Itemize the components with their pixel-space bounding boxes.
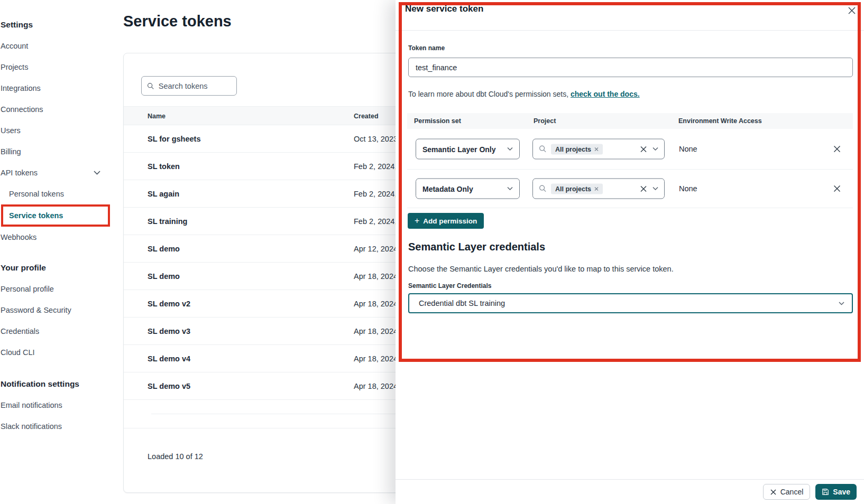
app-screen: Settings Account Projects Integrations C…: [0, 0, 864, 504]
sidebar-item-billing[interactable]: Billing: [0, 141, 112, 162]
project-chip-label: All projects: [555, 185, 591, 192]
token-name: SL demo v4: [148, 354, 190, 363]
sidebar-item-cloud-cli[interactable]: Cloud CLI: [0, 342, 112, 363]
token-name: SL token: [148, 162, 180, 171]
chevron-down-icon[interactable]: [652, 187, 658, 191]
sidebar-item-service-tokens[interactable]: Service tokens: [3, 207, 63, 225]
permission-set-select[interactable]: Semantic Layer Only: [416, 139, 520, 160]
token-created: Apr 18, 2024,: [354, 382, 400, 390]
sidebar-item-password-security[interactable]: Password & Security: [0, 300, 112, 321]
add-permission-label: Add permission: [423, 217, 477, 225]
search-icon: [147, 82, 154, 90]
token-name-label: Token name: [408, 44, 445, 52]
cancel-button[interactable]: Cancel: [763, 484, 811, 500]
permission-row: Metadata Only All projects None: [407, 170, 853, 208]
sidebar-item-integrations[interactable]: Integrations: [0, 78, 112, 99]
clear-icon[interactable]: [640, 185, 647, 192]
sidebar-item-users[interactable]: Users: [0, 120, 112, 141]
sidebar-item-api-tokens[interactable]: API tokens: [0, 162, 112, 183]
sidebar-item-credentials[interactable]: Credentials: [0, 321, 112, 342]
sidebar-item-account[interactable]: Account: [0, 35, 112, 57]
docs-prefix: To learn more about dbt Cloud's permissi…: [408, 90, 571, 98]
page-title: Service tokens: [123, 13, 232, 30]
token-name-input[interactable]: [408, 58, 853, 77]
chevron-down-icon: [507, 147, 513, 151]
token-name: SL demo v2: [148, 300, 190, 308]
column-header-env-write-access: Environment Write Access: [678, 117, 762, 125]
sidebar-item-projects[interactable]: Projects: [0, 57, 112, 78]
credentials-description: Choose the Semantic Layer credentials yo…: [408, 265, 674, 273]
chevron-down-icon[interactable]: [652, 147, 658, 151]
search-icon: [539, 185, 547, 193]
permission-set-select[interactable]: Metadata Only: [416, 179, 520, 199]
permission-set-value: Metadata Only: [422, 184, 473, 193]
env-write-access-value: None: [679, 184, 697, 193]
token-created: Oct 13, 2023,: [354, 135, 400, 143]
token-name: SL demo: [148, 272, 180, 281]
chip-remove-icon[interactable]: [594, 186, 599, 191]
sidebar-item-email-notifications[interactable]: Email notifications: [0, 395, 112, 416]
credentials-label: Semantic Layer Credentials: [408, 282, 491, 290]
new-service-token-drawer: New service token Token name To learn mo…: [396, 0, 864, 504]
permissions-table-header: Permission set Project Environment Write…: [407, 113, 853, 129]
project-chip-label: All projects: [555, 145, 591, 153]
sidebar-item-personal-tokens[interactable]: Personal tokens: [0, 183, 112, 204]
credentials-heading: Semantic Layer credentials: [408, 241, 545, 253]
close-icon[interactable]: [847, 5, 857, 16]
column-header-name: Name: [148, 107, 166, 126]
settings-sidebar: Settings Account Projects Integrations C…: [0, 0, 112, 437]
sidebar-heading-settings: Settings: [0, 14, 112, 35]
loaded-count: Loaded 10 of 12: [148, 452, 203, 461]
column-header-permission-set: Permission set: [414, 117, 461, 125]
token-name: SL demo v3: [148, 327, 190, 335]
docs-text: To learn more about dbt Cloud's permissi…: [408, 90, 640, 98]
sidebar-item-personal-profile[interactable]: Personal profile: [0, 278, 112, 300]
drawer-footer: Cancel Save: [396, 479, 864, 504]
save-icon: [822, 488, 829, 496]
chevron-down-icon: [94, 171, 100, 175]
add-permission-button[interactable]: + Add permission: [408, 213, 484, 229]
permission-set-value: Semantic Layer Only: [422, 145, 496, 153]
token-created: Apr 12, 2024,: [354, 245, 400, 253]
cancel-icon: [770, 489, 777, 496]
cancel-label: Cancel: [780, 488, 804, 496]
remove-row-icon[interactable]: [833, 184, 841, 193]
docs-link[interactable]: check out the docs.: [571, 90, 640, 98]
drawer-header: New service token: [396, 0, 864, 31]
sidebar-item-label: API tokens: [1, 169, 38, 177]
search-input[interactable]: [159, 82, 231, 90]
sidebar-item-webhooks[interactable]: Webhooks: [0, 227, 112, 248]
token-created: Apr 18, 2024,: [354, 300, 400, 308]
clear-icon[interactable]: [640, 145, 647, 153]
annotation-box-service-tokens: Service tokens: [1, 204, 110, 227]
env-write-access-value: None: [679, 145, 697, 153]
credentials-selected-value: Credential dbt SL training: [419, 299, 505, 307]
search-icon: [539, 145, 547, 153]
remove-row-icon[interactable]: [833, 145, 841, 153]
sidebar-item-slack-notifications[interactable]: Slack notifications: [0, 416, 112, 437]
plus-icon: +: [415, 217, 419, 225]
sidebar-item-connections[interactable]: Connections: [0, 99, 112, 120]
token-name: SL again: [148, 190, 179, 198]
drawer-title: New service token: [405, 4, 483, 14]
project-chip: All projects: [551, 144, 603, 154]
project-chip: All projects: [551, 183, 603, 194]
credentials-select[interactable]: Credential dbt SL training: [408, 293, 853, 313]
save-label: Save: [833, 488, 850, 496]
project-select[interactable]: All projects: [532, 179, 665, 199]
permission-row: Semantic Layer Only All projects None: [407, 129, 853, 170]
column-header-created: Created: [354, 107, 379, 126]
search-box[interactable]: [141, 76, 237, 96]
sidebar-heading-your-profile: Your profile: [0, 257, 112, 278]
project-select[interactable]: All projects: [532, 139, 665, 160]
column-header-project: Project: [534, 117, 556, 125]
sidebar-heading-notification-settings: Notification settings: [0, 374, 112, 395]
save-button[interactable]: Save: [815, 484, 857, 500]
token-created: Apr 18, 2024,: [354, 327, 400, 335]
token-created: Apr 18, 2024,: [354, 354, 400, 363]
token-name: SL for gsheets: [148, 135, 200, 143]
chevron-down-icon: [507, 187, 513, 191]
chip-remove-icon[interactable]: [594, 147, 599, 151]
token-created: Apr 18, 2024,: [354, 272, 400, 281]
token-name: SL training: [148, 217, 187, 226]
